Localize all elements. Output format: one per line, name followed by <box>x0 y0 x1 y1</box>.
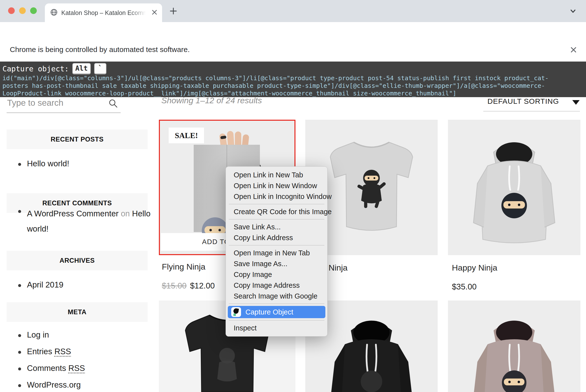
product-price-happy-ninja: $35.00 <box>452 282 477 292</box>
sidebar-link-april-2019[interactable]: April 2019 <box>27 280 63 290</box>
old-price: $15.00 <box>162 281 187 290</box>
archives-heading: ARCHIVES <box>6 251 148 270</box>
browser-window: Katalon Shop – Katalon Ecomm cms.demo.ka… <box>0 0 586 392</box>
banner-close-icon[interactable] <box>569 46 578 55</box>
rss-label: RSS <box>68 364 85 372</box>
automation-banner-text: Chrome is being controlled by automated … <box>10 46 190 54</box>
recent-comment-item: A WordPress Commenter on Hello world! <box>27 206 154 236</box>
captured-xpath: id("main")/div[@class="columns-3"]/ul[@c… <box>2 74 549 97</box>
tab-close-icon[interactable] <box>151 9 158 16</box>
sale-price: $12.00 <box>190 281 215 290</box>
meta-heading: META <box>6 302 148 322</box>
capture-hint-label: Capture object: <box>2 64 69 73</box>
katalon-capture-icon <box>231 307 241 317</box>
new-tab-button[interactable] <box>169 6 178 17</box>
sidebar-link-entries-rss[interactable]: Entries RSS <box>27 347 71 356</box>
menu-item-open-image-new-tab[interactable]: Open Image in New Tab <box>226 248 327 258</box>
menu-separator <box>229 304 324 304</box>
search-input[interactable] <box>6 96 106 110</box>
price: $35.00 <box>452 282 477 291</box>
menu-item-inspect[interactable]: Inspect <box>226 322 327 333</box>
comment-author-link[interactable]: A WordPress Commenter <box>27 209 119 218</box>
recent-posts-heading: RECENT POSTS <box>6 130 148 149</box>
product-card-patient-ninja[interactable] <box>448 300 580 392</box>
comment-connector: on <box>121 209 130 218</box>
menu-item-copy-image-address[interactable]: Copy Image Address <box>226 280 327 291</box>
sorting-caret-icon[interactable] <box>572 100 580 105</box>
menu-item-copy-link-address[interactable]: Copy Link Address <box>226 232 327 243</box>
comments-label: Comments <box>27 364 66 372</box>
product-price-flying-ninja: $15.00$12.00 <box>162 281 215 290</box>
capture-object-bar: Capture object: Alt ` id("main")/div[@cl… <box>0 62 586 97</box>
menu-separator <box>229 219 324 220</box>
menu-item-copy-image[interactable]: Copy Image <box>226 269 327 280</box>
xpath-line-3: LoopProduct-link woocommerce-loop-produc… <box>2 90 456 97</box>
tab-search-chevron-icon[interactable] <box>568 6 578 17</box>
minimize-window-button[interactable] <box>19 7 26 14</box>
automation-banner: Chrome is being controlled by automated … <box>0 40 586 62</box>
menu-item-capture-object[interactable]: Capture Object <box>228 306 325 318</box>
menu-item-search-image-google[interactable]: Search Image with Google <box>226 291 327 302</box>
tab-strip: Katalon Shop – Katalon Ecomm <box>0 0 586 22</box>
entries-label: Entries <box>27 347 52 356</box>
menu-separator <box>229 320 324 320</box>
xpath-line-1: id("main")/div[@class="columns-3"]/ul[@c… <box>2 74 549 82</box>
sidebar-link-hello-world[interactable]: Hello world! <box>27 159 69 168</box>
sale-badge: SALE! <box>169 128 204 143</box>
menu-item-open-link-incognito[interactable]: Open Link in Incognito Window <box>226 191 327 202</box>
sidebar-link-comments-rss[interactable]: Comments RSS <box>27 364 85 373</box>
product-card-happy-ninja[interactable] <box>448 120 580 255</box>
sidebar-search <box>6 95 121 113</box>
ninja-face-print <box>501 193 527 218</box>
menu-item-create-qr-code[interactable]: Create QR Code for this Image <box>226 206 327 217</box>
sorting-dropdown[interactable]: DEFAULT SORTING <box>488 97 559 106</box>
product-title-ninja[interactable]: Ninja <box>329 263 347 272</box>
browser-tab[interactable]: Katalon Shop – Katalon Ecomm <box>45 4 162 22</box>
menu-separator <box>229 245 324 246</box>
globe-favicon-icon <box>50 8 58 17</box>
close-window-button[interactable] <box>8 7 15 14</box>
product-image-mauve-hoodie[interactable] <box>448 300 580 392</box>
sidebar-link-log-in[interactable]: Log in <box>27 330 49 340</box>
browser-toolbar: cms.demo.katalon.com <box>0 22 586 40</box>
sidebar-link-wordpress-org[interactable]: WordPress.org <box>27 380 81 390</box>
sorting-underline <box>483 111 580 112</box>
product-title-flying-ninja[interactable]: Flying Ninja <box>162 262 205 272</box>
product-title-happy-ninja[interactable]: Happy Ninja <box>452 263 497 272</box>
menu-item-save-link-as[interactable]: Save Link As... <box>226 222 327 232</box>
menu-item-save-image-as[interactable]: Save Image As... <box>226 258 327 269</box>
tab-title: Katalon Shop – Katalon Ecomm <box>61 9 146 16</box>
product-image-happy-ninja-hoodie[interactable] <box>448 120 580 255</box>
maximize-window-button[interactable] <box>30 7 37 14</box>
alt-keycap: Alt <box>72 63 91 74</box>
search-icon[interactable] <box>108 98 119 110</box>
menu-item-open-link-new-tab[interactable]: Open Link in New Tab <box>226 170 327 180</box>
capture-hint: Capture object: Alt ` <box>2 63 106 74</box>
rss-label: RSS <box>54 347 71 356</box>
xpath-line-2: posters has-post-thumbnail sale taxable … <box>2 82 545 89</box>
menu-item-open-link-new-window[interactable]: Open Link in New Window <box>226 180 327 191</box>
capture-object-label: Capture Object <box>245 308 293 316</box>
backtick-keycap: ` <box>94 63 106 74</box>
menu-separator <box>229 204 324 204</box>
context-menu: Open Link in New Tab Open Link in New Wi… <box>226 166 328 336</box>
